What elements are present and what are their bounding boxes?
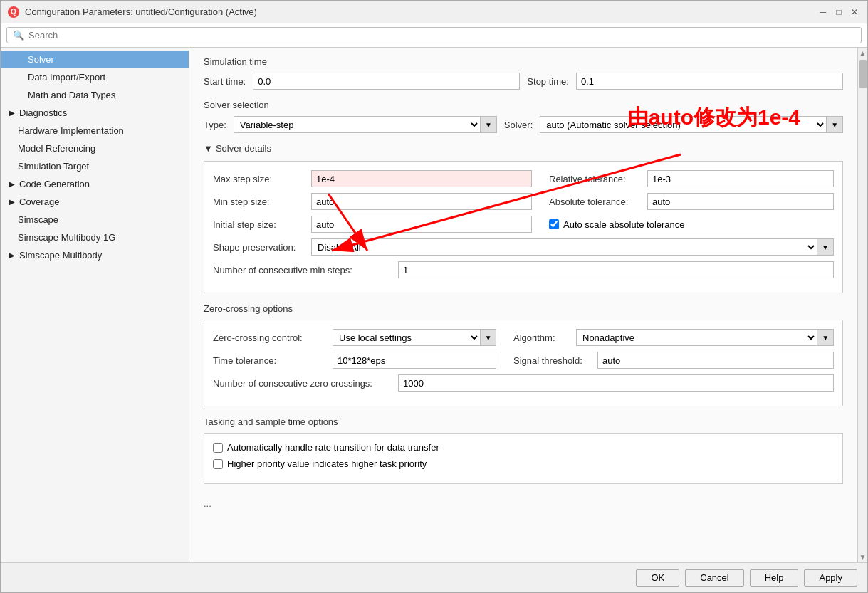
zero-crossing-control-select[interactable]: Use local settings	[333, 330, 480, 345]
sidebar-item-hardware-implementation[interactable]: Hardware Implementation	[1, 122, 189, 140]
main-area: Solver Data Import/Export Math and Data …	[1, 48, 867, 562]
search-input[interactable]	[28, 30, 855, 41]
time-tolerance-input[interactable]	[333, 352, 496, 369]
max-step-input[interactable]	[311, 170, 532, 187]
tasking-title: Tasking and sample time options	[204, 416, 843, 427]
zero-crossing-box: Zero-crossing control: Use local setting…	[204, 320, 843, 406]
sidebar: Solver Data Import/Export Math and Data …	[1, 48, 189, 562]
solver-details-toggle: ▼	[204, 143, 213, 154]
maximize-button[interactable]: □	[833, 6, 845, 18]
sidebar-item-simscape-multibody[interactable]: ▶ Simscape Multibody	[1, 246, 189, 264]
close-button[interactable]: ✕	[849, 6, 860, 18]
solver-label: Solver:	[504, 120, 533, 130]
consec-zero-label: Number of consecutive zero crossings:	[213, 378, 398, 389]
solver-row-3: Initial step size: Auto scale absolute t…	[213, 216, 834, 233]
solver-selection-title: Solver selection	[204, 100, 843, 110]
sidebar-label-code-gen: Code Generation	[19, 179, 90, 189]
zero-crossing-row-1: Zero-crossing control: Use local setting…	[213, 329, 834, 346]
type-label: Type:	[204, 120, 226, 130]
consec-zero-input[interactable]	[398, 374, 834, 392]
relative-tolerance-label: Relative tolerance:	[549, 174, 642, 184]
title-bar: Q Configuration Parameters: untitled/Con…	[1, 1, 867, 23]
sidebar-item-math-data-types[interactable]: Math and Data Types	[1, 86, 189, 104]
time-tolerance-label: Time tolerance:	[213, 355, 327, 366]
solver-details-label: Solver details	[216, 143, 271, 154]
sidebar-item-code-generation[interactable]: ▶ Code Generation	[1, 175, 189, 193]
search-icon: 🔍	[13, 30, 24, 41]
cancel-button[interactable]: Cancel	[685, 569, 743, 587]
toggle-simscape-mb: ▶	[9, 251, 16, 259]
toggle-coverage: ▶	[9, 198, 16, 206]
initial-step-label: Initial step size:	[213, 219, 305, 230]
auto-rate-label: Automatically handle rate transition for…	[227, 442, 439, 453]
signal-threshold-input[interactable]	[597, 352, 834, 369]
sidebar-item-coverage[interactable]: ▶ Coverage	[1, 193, 189, 211]
title-bar-left: Q Configuration Parameters: untitled/Con…	[8, 6, 257, 18]
solver-selection-row: Type: Variable-step ▼ Solver: auto (Auto…	[204, 116, 843, 133]
higher-priority-checkbox[interactable]	[213, 459, 223, 469]
zero-control-arrow[interactable]: ▼	[480, 330, 496, 345]
type-select[interactable]: Variable-step	[234, 117, 480, 132]
solver-details-header[interactable]: ▼ Solver details	[204, 143, 843, 154]
algorithm-select[interactable]: Nonadaptive	[577, 330, 817, 345]
scrollbar[interactable]: ▲ ▼	[857, 48, 867, 562]
solver-select[interactable]: auto (Automatic solver selection)	[540, 117, 826, 132]
help-button[interactable]: Help	[750, 569, 799, 587]
dots-row: ...	[204, 494, 843, 513]
algorithm-arrow[interactable]: ▼	[817, 330, 833, 345]
sidebar-label-diagnostics: Diagnostics	[19, 107, 67, 118]
sidebar-item-model-referencing[interactable]: Model Referencing	[1, 140, 189, 157]
zero-crossing-row-2: Time tolerance: Signal threshold:	[213, 352, 834, 369]
scroll-thumb[interactable]	[859, 60, 867, 88]
initial-step-input[interactable]	[311, 216, 532, 233]
toggle-diagnostics: ▶	[9, 109, 16, 117]
sidebar-item-simscape[interactable]: Simscape	[1, 211, 189, 229]
stop-time-input[interactable]	[576, 73, 843, 90]
auto-rate-checkbox[interactable]	[213, 443, 223, 453]
tasking-box: Automatically handle rate transition for…	[204, 433, 843, 484]
shape-preservation-select-wrap: Disable All ▼	[311, 238, 834, 256]
type-select-arrow[interactable]: ▼	[480, 117, 496, 132]
stop-time-label: Stop time:	[527, 76, 569, 87]
min-step-label: Min step size:	[213, 196, 305, 207]
zero-crossing-row-3: Number of consecutive zero crossings:	[213, 374, 834, 392]
content-area: 由auto修改为1e-4 Simulation time Start time:	[189, 48, 857, 562]
ok-button[interactable]: OK	[636, 569, 679, 587]
solver-select-arrow[interactable]: ▼	[826, 117, 842, 132]
zero-crossing-control-label: Zero-crossing control:	[213, 332, 327, 343]
absolute-tolerance-input[interactable]	[647, 193, 834, 210]
absolute-tolerance-label: Absolute tolerance:	[549, 196, 642, 207]
higher-priority-label: Higher priority value indicates higher t…	[227, 458, 427, 469]
shape-preservation-select[interactable]: Disable All	[312, 239, 817, 255]
zero-crossing-control-wrap: Use local settings ▼	[333, 329, 496, 346]
sidebar-item-simscape-multibody-1g[interactable]: Simscape Multibody 1G	[1, 229, 189, 246]
relative-tolerance-input[interactable]	[647, 170, 834, 187]
auto-scale-checkbox[interactable]	[549, 219, 559, 229]
zero-crossing-title: Zero-crossing options	[204, 303, 843, 314]
simulation-time-row: Start time: Stop time:	[204, 73, 843, 90]
toggle-code-gen: ▶	[9, 180, 16, 188]
solver-select-wrap: auto (Automatic solver selection) ▼	[540, 116, 843, 133]
minimize-button[interactable]: ─	[817, 6, 829, 18]
apply-button[interactable]: Apply	[804, 569, 857, 587]
sidebar-label-simscape: Simscape	[18, 214, 58, 225]
scroll-up[interactable]: ▲	[859, 49, 867, 57]
main-window: Q Configuration Parameters: untitled/Con…	[0, 0, 868, 593]
sidebar-label-coverage: Coverage	[19, 196, 59, 207]
shape-preservation-label: Shape preservation:	[213, 242, 305, 253]
sidebar-item-data-import-export[interactable]: Data Import/Export	[1, 68, 189, 86]
shape-select-arrow[interactable]: ▼	[817, 239, 833, 255]
sidebar-item-solver[interactable]: Solver	[1, 51, 189, 68]
scroll-down[interactable]: ▼	[859, 553, 867, 561]
sidebar-label-model-ref: Model Referencing	[18, 143, 95, 154]
consec-min-steps-input[interactable]	[398, 261, 834, 278]
sidebar-item-diagnostics[interactable]: ▶ Diagnostics	[1, 104, 189, 122]
sidebar-item-simulation-target[interactable]: Simulation Target	[1, 157, 189, 175]
solver-row-2: Min step size: Absolute tolerance:	[213, 193, 834, 210]
min-step-input[interactable]	[311, 193, 532, 210]
max-step-label: Max step size:	[213, 174, 305, 184]
type-select-wrap: Variable-step ▼	[234, 116, 497, 133]
window-title: Configuration Parameters: untitled/Confi…	[25, 6, 257, 17]
consec-min-steps-label: Number of consecutive min steps:	[213, 265, 398, 275]
start-time-input[interactable]	[253, 73, 520, 90]
